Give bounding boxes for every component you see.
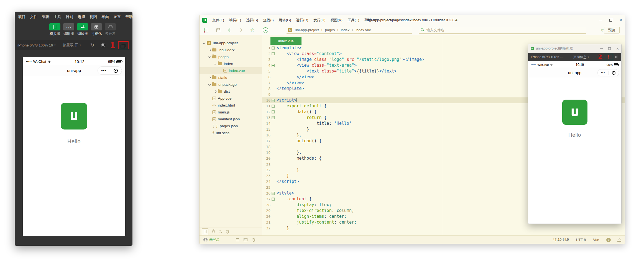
wechat-menu-item[interactable]: 文件 — [30, 14, 37, 19]
fold-marker-icon[interactable] — [270, 192, 275, 195]
file-type-indicator[interactable]: Vue — [593, 238, 599, 242]
hbuilderx-menu-item[interactable]: 工具(T) — [346, 17, 361, 23]
more-menu-button[interactable]: ••• — [98, 68, 110, 73]
preview-button[interactable]: 预览 — [604, 27, 620, 33]
navigate-forward-icon[interactable] — [239, 28, 242, 32]
pin-icon[interactable] — [607, 55, 610, 59]
wechat-menu-item[interactable]: 转到 — [66, 14, 73, 19]
files-panel-tab[interactable] — [202, 228, 208, 235]
refresh-icon[interactable]: ↻ — [90, 43, 94, 48]
tree-item[interactable]: uni-app-project — [200, 40, 262, 46]
device-selector-dropdown[interactable]: iPhone 6/7/8 100% 16 ▾ — [17, 43, 55, 47]
wechat-menu-item[interactable]: 项目 — [18, 14, 25, 19]
code-line[interactable]: 32 } — [262, 225, 625, 231]
fold-marker-icon[interactable] — [270, 198, 275, 201]
breadcrumb[interactable]: U uni-app-project›pages›index›index.vue — [287, 27, 412, 34]
wechat-menu-item[interactable]: 设置 — [113, 14, 121, 19]
hbuilderx-menu-item[interactable]: 视图(V) — [329, 17, 344, 23]
notification-bell-icon[interactable] — [618, 239, 621, 241]
fold-marker-icon[interactable] — [270, 46, 275, 50]
tree-item[interactable]: static — [200, 74, 262, 81]
tree-chevron-icon[interactable] — [208, 83, 212, 87]
run-icon[interactable] — [263, 27, 268, 33]
可视化-button[interactable]: 可视化 — [91, 23, 102, 36]
tree-item[interactable]: index — [200, 60, 262, 67]
browser-icon[interactable] — [252, 238, 255, 242]
tree-chevron-icon[interactable] — [208, 48, 212, 52]
wechat-menu-item[interactable]: 帮助 — [125, 14, 132, 19]
console-icon[interactable] — [244, 238, 247, 241]
tree-item[interactable]: uni.scss — [200, 130, 262, 136]
hbuilderx-menu-item[interactable]: 编辑(E) — [228, 17, 243, 23]
breadcrumb-item[interactable]: index — [341, 28, 349, 32]
wechat-menu-item[interactable]: 工具 — [54, 14, 61, 19]
hbuilderx-menu-item[interactable]: 运行(R) — [294, 17, 310, 23]
tree-item[interactable]: unpackage — [200, 81, 262, 88]
encoding-indicator[interactable]: UTF-8 — [576, 238, 586, 242]
page-info-dropdown[interactable]: 页面信息 ▾ — [573, 55, 589, 59]
maximize-icon[interactable] — [608, 47, 611, 50]
wechat-menu-item[interactable]: 选择 — [78, 14, 85, 19]
fold-marker-icon[interactable] — [270, 52, 275, 55]
调试器-button[interactable]: 调试器 — [77, 23, 88, 36]
debug-panel-icon[interactable] — [212, 230, 215, 233]
detach-window-icon[interactable] — [122, 44, 125, 47]
exit-miniprogram-button[interactable] — [609, 71, 619, 75]
new-file-icon[interactable] — [205, 28, 208, 32]
模拟器-button[interactable]: 模拟器 — [49, 23, 61, 36]
minimize-icon[interactable] — [599, 20, 602, 20]
tree-chevron-icon[interactable] — [213, 90, 217, 94]
favorite-star-icon[interactable]: ☆ — [250, 28, 254, 32]
stop-icon[interactable] — [101, 43, 105, 47]
close-icon[interactable]: × — [619, 18, 622, 22]
tree-chevron-icon[interactable] — [208, 55, 212, 59]
hot-reload-dropdown[interactable]: 热重载 开 ▾ — [63, 43, 81, 48]
hbuilderx-menu-item[interactable]: 查找(I) — [261, 17, 275, 23]
fold-marker-icon[interactable] — [270, 64, 275, 67]
tree-item[interactable]: dist — [200, 88, 262, 95]
more-menu-button[interactable]: ••• — [598, 71, 608, 75]
tree-item[interactable]: pages.json — [200, 123, 262, 130]
breadcrumb-item[interactable]: uni-app-project — [295, 28, 319, 32]
save-icon[interactable] — [216, 28, 220, 32]
hbuilderx-menu-item[interactable]: 发行(U) — [311, 17, 327, 23]
outline-icon[interactable] — [236, 238, 239, 241]
close-icon[interactable]: × — [616, 46, 619, 51]
restore-icon[interactable] — [609, 19, 612, 22]
cursor-position[interactable]: 行:10 列:9 — [553, 237, 569, 242]
file-search-input[interactable] — [426, 28, 584, 32]
tree-chevron-icon[interactable] — [208, 76, 212, 80]
search-panel-icon[interactable] — [219, 230, 222, 233]
wechat-menu-item[interactable]: 界面 — [101, 14, 109, 19]
filter-icon[interactable]: ▽ — [601, 28, 604, 32]
tree-item[interactable]: .hbuilderx — [200, 46, 262, 53]
fold-marker-icon[interactable] — [270, 105, 275, 108]
breadcrumb-item[interactable]: index.vue — [356, 28, 371, 32]
编辑器-button[interactable]: 编辑器 — [63, 23, 75, 36]
login-status[interactable]: 未登录 — [209, 237, 220, 242]
hbuilderx-menu-item[interactable]: 文件(F) — [211, 17, 226, 23]
tab-index-vue[interactable]: index.vue — [270, 37, 301, 45]
fold-marker-icon[interactable] — [270, 110, 275, 113]
simulator-device-selector[interactable]: iPhone 6/7/8 100% ... — [531, 55, 563, 59]
tree-chevron-icon[interactable] — [213, 62, 217, 66]
update-download-icon[interactable]: ↓ — [606, 238, 611, 242]
tree-item[interactable]: main.js — [200, 109, 262, 116]
exit-miniprogram-button[interactable] — [110, 69, 122, 73]
tree-item[interactable]: pages — [200, 53, 262, 60]
breadcrumb-item[interactable]: pages — [325, 28, 335, 32]
hbuilderx-menu-item[interactable]: 跳转(G) — [277, 17, 293, 23]
tree-item[interactable]: index.vue — [200, 67, 262, 74]
tree-item[interactable]: manifest.json — [200, 116, 262, 123]
tree-chevron-icon[interactable] — [202, 41, 206, 45]
fold-marker-icon[interactable] — [270, 116, 275, 119]
tree-item[interactable]: App.vue — [200, 95, 262, 102]
wechat-menu-item[interactable]: 编辑 — [42, 14, 49, 19]
network-panel-icon[interactable] — [226, 230, 229, 233]
navigate-back-icon[interactable] — [228, 28, 232, 32]
user-account-icon[interactable] — [203, 238, 208, 242]
speaker-mute-icon[interactable] — [615, 55, 619, 59]
tree-item[interactable]: index.html — [200, 102, 262, 109]
hbuilderx-menu-item[interactable]: 选择(S) — [244, 17, 260, 23]
minimize-icon[interactable] — [600, 48, 603, 49]
